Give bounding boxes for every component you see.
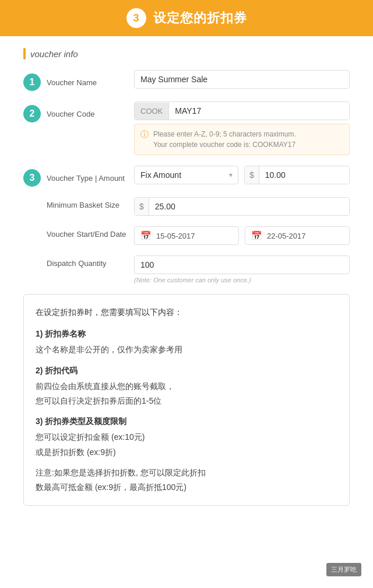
voucher-name-label-col: 1 Voucher Name <box>23 70 134 91</box>
voucher-code-wrapper: COOK <box>134 102 350 120</box>
voucher-name-label: Voucher Name <box>47 78 97 87</box>
page-header: 3 设定您的折扣券 <box>0 0 373 36</box>
end-date-value: 22-05-2017 <box>267 232 306 240</box>
min-basket-row: Minimum Basket Size $ <box>23 197 350 216</box>
chinese-section-body-2: 前四位会由系统直接从您的账号截取，您可以自行决定折扣券后面的1-5位 <box>36 379 337 408</box>
page-container: 3 设定您的折扣券 voucher info 1 Voucher Name <box>0 0 373 588</box>
section-header-label: voucher info <box>30 49 78 59</box>
voucher-type-row: 3 Voucher Type | Amount Fix Amount Perce… <box>23 166 350 187</box>
basket-prefix: $ <box>135 198 149 215</box>
voucher-code-label: Voucher Code <box>47 110 94 118</box>
voucher-code-label-col: 2 Voucher Code <box>23 102 134 123</box>
quantity-note: (Note: One customer can only use once.) <box>134 276 350 284</box>
header-step-circle: 3 <box>126 8 146 28</box>
voucher-type-select[interactable]: Fix Amount Percentage <box>134 166 238 184</box>
start-date-value: 15-05-2017 <box>156 232 195 240</box>
voucher-code-input[interactable] <box>169 102 349 120</box>
step-circle-1: 1 <box>23 74 41 91</box>
calendar-icon-start: 📅 <box>140 230 152 241</box>
amount-input[interactable] <box>259 166 350 184</box>
main-content: voucher info 1 Voucher Name 2 Voucher Co… <box>0 36 373 529</box>
step-circle-2: 2 <box>23 105 41 123</box>
voucher-type-label: Voucher Type | Amount <box>47 174 125 183</box>
chinese-note: 注意:如果您是选择折扣折数, 您可以限定此折扣数最高可抵金额 (ex:9折，最高… <box>36 466 337 495</box>
voucher-name-input[interactable] <box>134 70 350 89</box>
voucher-dates-input-col: 📅 15-05-2017 📅 22-05-2017 <box>134 226 350 245</box>
chinese-section-title-3: 3) 折扣券类型及额度限制 <box>36 414 337 429</box>
calendar-icon-end: 📅 <box>251 230 262 241</box>
min-basket-input[interactable] <box>149 198 349 215</box>
date-row: 📅 15-05-2017 📅 22-05-2017 <box>134 226 350 245</box>
info-icon: ⓘ <box>140 130 149 140</box>
chinese-intro: 在设定折扣券时，您需要填写以下内容： <box>36 305 337 320</box>
voucher-code-input-col: COOK ⓘ Please enter A-Z, 0-9; 5 characte… <box>134 102 350 155</box>
min-basket-input-col: $ <box>134 197 350 216</box>
voucher-name-row: 1 Voucher Name <box>23 70 350 91</box>
voucher-code-row: 2 Voucher Code COOK ⓘ Please enter A-Z, … <box>23 102 350 155</box>
type-amount-row: Fix Amount Percentage ▾ $ <box>134 166 350 184</box>
watermark: 三月罗吃 <box>326 563 361 576</box>
amount-prefix: $ <box>245 166 259 184</box>
voucher-type-input-col: Fix Amount Percentage ▾ $ <box>134 166 350 184</box>
dispatch-quantity-row: Dispatch Quantity (Note: One customer ca… <box>23 256 350 284</box>
chinese-section-body-1: 这个名称是非公开的，仅作为卖家参考用 <box>36 342 337 357</box>
chinese-section-title-1: 1) 折扣券名称 <box>36 327 337 341</box>
voucher-name-input-col <box>134 70 350 89</box>
voucher-code-info-box: ⓘ Please enter A-Z, 0-9; 5 characters ma… <box>134 124 350 155</box>
chinese-section-title-2: 2) 折扣代码 <box>36 363 337 378</box>
header-title: 设定您的折扣券 <box>153 9 247 27</box>
voucher-dates-label: Voucher Start/End Date <box>23 226 134 239</box>
type-select-wrapper: Fix Amount Percentage ▾ <box>134 166 238 184</box>
voucher-code-prefix: COOK <box>135 103 169 120</box>
voucher-code-info-text: Please enter A-Z, 0-9; 5 characters maxi… <box>153 129 296 150</box>
dispatch-quantity-label: Dispatch Quantity <box>23 256 134 268</box>
chinese-section-body-3: 您可以设定折扣金额 (ex:10元)或是折扣折数 (ex:9折) <box>36 430 337 459</box>
step-circle-3: 3 <box>23 169 41 187</box>
basket-input-wrapper: $ <box>134 197 350 216</box>
dispatch-quantity-input[interactable] <box>134 256 350 274</box>
end-date-input[interactable]: 📅 22-05-2017 <box>245 226 350 245</box>
section-header: voucher info <box>23 48 350 60</box>
section-header-bar <box>23 48 26 60</box>
min-basket-label: Minimum Basket Size <box>23 197 134 209</box>
voucher-dates-row: Voucher Start/End Date 📅 15-05-2017 📅 22… <box>23 226 350 245</box>
amount-input-wrapper: $ <box>244 166 350 184</box>
chinese-info-box: 在设定折扣券时，您需要填写以下内容： 1) 折扣券名称 这个名称是非公开的，仅作… <box>23 294 350 506</box>
start-date-input[interactable]: 📅 15-05-2017 <box>134 226 239 245</box>
dispatch-quantity-input-col: (Note: One customer can only use once.) <box>134 256 350 284</box>
voucher-type-label-col: 3 Voucher Type | Amount <box>23 166 134 187</box>
